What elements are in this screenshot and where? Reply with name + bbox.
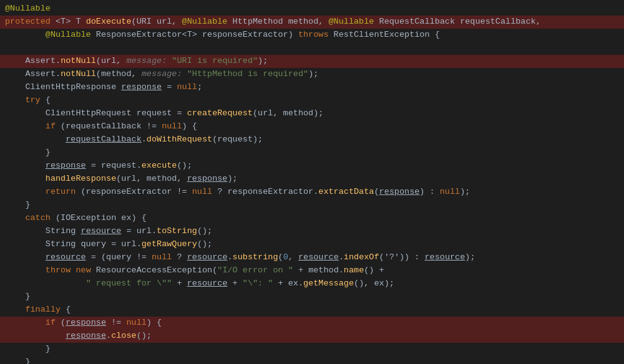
code-line: @Nullable ResponseExtractor<T> responseE… <box>0 29 624 42</box>
code-token: resource <box>425 251 466 264</box>
code-line: } <box>0 290 624 304</box>
code-token: + <box>227 277 242 290</box>
code-token: ); <box>308 68 318 81</box>
code-token: "URI is required" <box>172 55 258 68</box>
code-viewer: @Nullableprotected <T> T doExecute(URI u… <box>0 0 624 364</box>
code-token: != <box>106 317 126 330</box>
code-token: ResponseExtractor<T> responseExtractor) <box>96 29 298 42</box>
code-token: close <box>111 330 137 343</box>
code-token: null <box>162 120 182 133</box>
code-token: } <box>5 146 51 160</box>
code-token: (), ex); <box>354 277 394 290</box>
code-token: (); <box>137 330 152 343</box>
code-token: ) : <box>419 186 439 199</box>
code-token: . <box>106 330 111 343</box>
code-token: <T> T <box>56 16 86 29</box>
code-token: @Nullable <box>182 16 233 29</box>
code-line: @Nullable <box>0 2 624 16</box>
code-line: } <box>0 356 624 364</box>
code-token: { <box>41 94 51 107</box>
code-token: if <box>46 120 56 133</box>
code-line <box>0 42 624 55</box>
code-token <box>5 251 46 264</box>
code-token: } <box>5 356 31 364</box>
code-token: ) { <box>147 317 162 330</box>
code-token: @Nullable <box>5 2 51 16</box>
code-token: (); <box>197 238 212 251</box>
code-token: name <box>344 264 364 277</box>
code-token: @Nullable <box>46 29 96 42</box>
code-line: return (responseExtractor != null ? resp… <box>0 186 624 199</box>
code-token: HttpMethod method, <box>233 16 329 29</box>
code-line: handleResponse(url, method, response); <box>0 173 624 186</box>
code-line: } <box>0 199 624 212</box>
code-token <box>5 94 25 107</box>
code-token: ); <box>258 55 268 68</box>
code-token: null <box>177 81 197 94</box>
code-token <box>5 173 46 186</box>
code-token: 0 <box>283 251 288 264</box>
code-line: } <box>0 343 624 356</box>
code-token: { <box>61 304 71 317</box>
code-token: + <box>172 277 187 290</box>
code-token: @Nullable <box>329 16 379 29</box>
code-token: ) { <box>182 120 197 133</box>
code-line: Assert.notNull(url, message: "URI is req… <box>0 55 624 68</box>
code-token: message: <box>142 68 187 81</box>
code-token: RequestCallback requestCallback, <box>379 16 541 29</box>
code-token: = request. <box>86 160 142 173</box>
code-token: response <box>379 186 420 199</box>
code-token: return <box>46 186 76 199</box>
code-token: RestClientException { <box>334 29 440 42</box>
code-token: response <box>187 173 228 186</box>
code-token <box>5 186 46 199</box>
code-token: (requestCallback != <box>56 120 162 133</box>
code-token: try <box>25 94 40 107</box>
code-token <box>71 264 76 277</box>
code-token: } <box>5 199 31 212</box>
code-token <box>5 330 66 343</box>
code-token: resource <box>46 251 86 264</box>
code-token: (url, method, <box>116 173 187 186</box>
code-token: resource <box>81 225 122 238</box>
code-token: null <box>192 186 212 199</box>
code-line: try { <box>0 94 624 107</box>
code-token: null <box>152 251 172 264</box>
code-token: (IOException ex) { <box>51 212 147 225</box>
code-line: String query = url.getRawQuery(); <box>0 238 624 251</box>
code-token: notNull <box>61 55 96 68</box>
code-token: doExecute <box>86 16 132 29</box>
code-token: "I/O error on " <box>217 264 293 277</box>
code-token: resource <box>298 251 339 264</box>
code-token: catch <box>25 212 51 225</box>
code-token: indexOf <box>344 251 379 264</box>
code-line: String resource = url.toString(); <box>0 225 624 238</box>
code-line: } <box>0 146 624 160</box>
code-token <box>5 212 25 225</box>
code-token: null <box>126 317 146 330</box>
code-token: getMessage <box>303 277 354 290</box>
code-token: Assert. <box>5 55 61 68</box>
code-token: ResourceAccessException( <box>91 264 218 277</box>
code-token: handleResponse <box>46 173 116 186</box>
code-token: notNull <box>61 68 96 81</box>
code-token: response <box>66 330 106 343</box>
code-token: () + <box>364 264 384 277</box>
code-line: catch (IOException ex) { <box>0 212 624 225</box>
code-token: + method. <box>293 264 344 277</box>
code-token: extractData <box>318 186 374 199</box>
code-token: = <box>162 81 177 94</box>
code-line: requestCallback.doWithRequest(request); <box>0 133 624 146</box>
code-token: createRequest <box>187 107 253 120</box>
code-token: ('?')) : <box>379 251 425 264</box>
code-token: resource <box>187 277 228 290</box>
code-token: + ex. <box>273 277 303 290</box>
code-line: " request for \"" + resource + "\": " + … <box>0 277 624 290</box>
code-token: ); <box>460 186 470 199</box>
code-token: response <box>66 317 106 330</box>
code-token <box>5 133 66 146</box>
code-token: = (query != <box>86 251 152 264</box>
code-token <box>5 277 86 290</box>
code-token: new <box>76 264 90 277</box>
code-token: if <box>46 317 56 330</box>
